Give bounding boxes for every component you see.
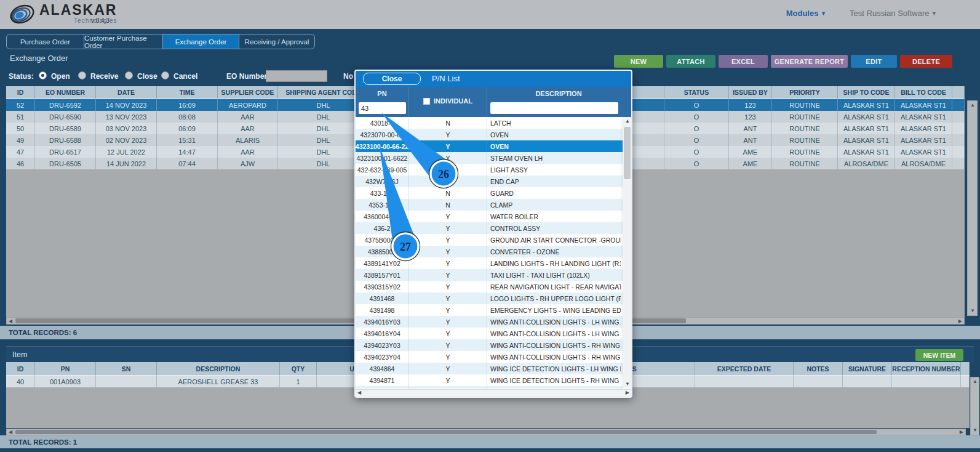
pn-list-row[interactable]: 4390315Y02YREAR NAVIGATION LIGHT - REAR … — [356, 281, 631, 293]
new-item-button[interactable]: NEW ITEM — [915, 349, 963, 361]
cell-supplier-code: AJW — [218, 158, 278, 169]
pn-list-row[interactable]: 4389157Y01YTAXI LIGHT - TAXI LIGHT (102L… — [356, 269, 631, 281]
cell-ship-to-code: ALASKAR ST1 — [838, 111, 895, 123]
column-header-pn: PN — [35, 362, 96, 376]
tab-customer-purchase-order[interactable]: Customer Purchase Order — [84, 34, 163, 49]
status-radio-cancel[interactable] — [161, 71, 169, 79]
pn-list-vertical-scrollbar[interactable]: ▲ ▼ — [623, 117, 631, 389]
scroll-right-icon[interactable]: ▶ — [958, 318, 962, 325]
items-horizontal-scrollbar[interactable]: ◀ ▶ — [6, 429, 966, 435]
status-option-label: Cancel — [173, 72, 197, 81]
tab-purchase-order[interactable]: Purchase Order — [7, 34, 84, 49]
modules-menu[interactable]: Modules ▼ — [786, 9, 826, 18]
description-filter-input[interactable] — [490, 102, 618, 114]
cell-ship-to-code: ALASKAR ST1 — [838, 146, 895, 158]
cell-description: LOGO LIGHTS - RH UPPER LOGO LIGHT (R — [487, 293, 621, 304]
scroll-left-icon[interactable]: ◀ — [9, 429, 12, 435]
cell-date: 02 NOV 2023 — [96, 134, 157, 146]
pn-list-row[interactable]: 4391498YEMERGENCY LIGHTS - WING LEADING … — [356, 304, 631, 316]
pn-list-row[interactable]: 43885001YCONVERTER - OZONE — [356, 246, 631, 257]
pn-list-row[interactable]: 433-100NGUARD — [356, 187, 631, 199]
individual-checkbox[interactable] — [423, 98, 430, 105]
pn-list-row[interactable]: 4394864YWING ICE DETECTION LIGHTS - LH W… — [356, 363, 631, 374]
pn-list-row[interactable]: 4375B000-0YGROUND AIR START CONNECTOR -G… — [356, 234, 631, 246]
pn-list-row[interactable]: 4389141Y02YLANDING LIGHTS - RH LANDING L… — [356, 257, 631, 269]
items-hscroll-thumb[interactable] — [15, 430, 877, 434]
status-radio-receive[interactable] — [78, 71, 86, 79]
top-bar: ALASKAR Technologies v 8.4.3 Modules ▼ T… — [0, 0, 980, 29]
delete-button[interactable]: DELETE — [900, 55, 952, 68]
pn-list-row[interactable]: 4394016Y04YWING ANTI-COLLISION LIGHTS - … — [356, 328, 631, 339]
status-radio-close[interactable] — [125, 71, 133, 79]
tab-receiving-approval[interactable]: Receiving / Approval — [239, 34, 314, 49]
pn-list-row[interactable]: 43018-1NLATCH — [356, 117, 631, 129]
cell-pn: 4394023Y03 — [356, 339, 409, 351]
pn-list-row[interactable]: 4353-119NCLAMP — [356, 199, 631, 211]
scroll-right-icon[interactable]: ▶ — [960, 429, 963, 435]
pn-filter-input[interactable] — [359, 102, 406, 114]
pn-list-row[interactable]: 432-632-189-005LIGHT ASSY — [356, 164, 631, 176]
cell-expected-date — [695, 376, 794, 387]
cell-status: O — [664, 99, 729, 111]
cell-eo-number: DRU-6592 — [35, 99, 96, 111]
cell-individual: N — [409, 187, 487, 199]
pn-list-row[interactable]: 4394922Y01YWING NAVIGATION LIGHTS - LH W… — [356, 386, 631, 389]
scroll-up-icon[interactable]: ▲ — [625, 118, 630, 124]
pn-list-row[interactable]: 4394023Y03YWING ANTI-COLLISION LIGHTS - … — [356, 339, 631, 351]
cell-pn: 432W71-6J — [356, 176, 409, 187]
scroll-down-icon[interactable]: ▼ — [973, 427, 978, 434]
cell-description: TAXI LIGHT - TAXI LIGHT (102LX) — [487, 269, 621, 281]
pn-list-row[interactable]: 4323100-00-66-22YOVEN — [356, 140, 631, 152]
cell-description: WING ICE DETECTION LIGHTS - LH WING I — [487, 363, 621, 374]
cell-blank — [952, 146, 965, 158]
column-header-time: TIME — [157, 86, 218, 99]
scroll-left-icon[interactable]: ◀ — [357, 390, 361, 396]
cell-individual: Y — [409, 140, 487, 152]
pn-list-row[interactable]: 4323100-01-6622YSTEAM OVEN LH — [356, 152, 631, 164]
generate-report-button[interactable]: GENERATE REPORT — [771, 55, 848, 68]
scroll-up-icon[interactable]: ▲ — [970, 102, 975, 108]
status-radio-open[interactable] — [39, 71, 47, 79]
eo-number-label: EO Number: — [226, 72, 269, 81]
cell-individual: Y — [409, 269, 487, 281]
account-menu[interactable]: Test Russian Software ▼ — [850, 9, 937, 18]
cell-individual: Y — [409, 234, 487, 246]
scroll-down-icon[interactable]: ▼ — [625, 381, 630, 387]
scroll-up-icon[interactable]: ▲ — [973, 379, 978, 385]
pn-column-header: PN — [356, 90, 408, 97]
status-label: Status: — [9, 72, 34, 81]
edit-button[interactable]: EDIT — [851, 55, 897, 68]
eo-number-input[interactable] — [266, 70, 327, 82]
scroll-right-icon[interactable]: ▶ — [626, 390, 629, 396]
cell-individual: Y — [409, 211, 487, 222]
pn-list-row[interactable]: 4394871YWING ICE DETECTION LIGHTS - RH W… — [356, 374, 631, 386]
column-header-reception-number: RECEPTION NUMBER — [892, 362, 961, 376]
orders-vertical-scrollbar[interactable]: ▲ ▼ — [967, 100, 978, 316]
cell-id: 50 — [6, 123, 35, 134]
pn-list-vscroll-thumb[interactable] — [624, 127, 631, 179]
tab-exchange-order[interactable]: Exchange Order — [163, 34, 239, 49]
pn-list-row[interactable]: 432W71-6JEND CAP — [356, 176, 631, 187]
pn-list-row[interactable]: 436-2YCONTROL ASSY — [356, 222, 631, 234]
cell-description: CONVERTER - OZONE — [487, 246, 621, 257]
status-option-label: Receive — [90, 72, 118, 81]
pn-list-row[interactable]: 4394023Y04YWING ANTI-COLLISION LIGHTS - … — [356, 351, 631, 363]
scroll-left-icon[interactable]: ◀ — [9, 318, 12, 325]
pn-list-row[interactable]: 4323070-00-66YOVEN — [356, 129, 631, 140]
scroll-down-icon[interactable]: ▼ — [970, 308, 975, 314]
column-header-signature: SIGNATURE — [843, 362, 892, 376]
pn-list-row[interactable]: 4394016Y03YWING ANTI-COLLISION LIGHTS - … — [356, 316, 631, 328]
items-vertical-scrollbar[interactable]: ▲ ▼ — [970, 377, 979, 435]
cell-bill-to-code: ALASKAR ST1 — [895, 123, 952, 134]
excel-button[interactable]: EXCEL — [719, 55, 768, 68]
app-window: ALASKAR Technologies v 8.4.3 Modules ▼ T… — [0, 0, 980, 452]
pn-list-row[interactable]: 4391468YLOGO LIGHTS - RH UPPER LOGO LIGH… — [356, 293, 631, 304]
cell-priority: ROUTINE — [772, 99, 838, 111]
new-button[interactable]: NEW — [614, 55, 663, 68]
cell-description: WING NAVIGATION LIGHTS - LH WING NAVI — [487, 386, 621, 389]
pn-list-row[interactable]: 4360004-85-YWATER BOILER — [356, 211, 631, 222]
close-button[interactable]: Close — [363, 73, 421, 85]
pn-list-horizontal-scrollbar[interactable]: ◀ ▶ — [356, 389, 631, 397]
attach-button[interactable]: ATTACH — [666, 55, 715, 68]
cell-individual: Y — [409, 304, 487, 316]
